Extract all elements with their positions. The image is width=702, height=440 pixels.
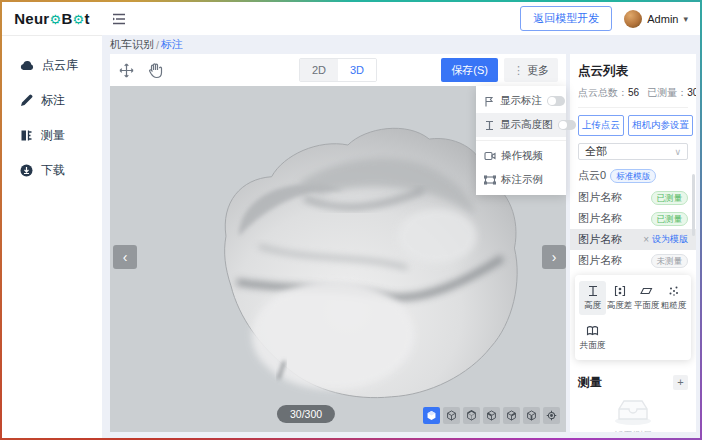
view-mode-toggle: 2D 3D (299, 58, 377, 82)
empty-box-icon (611, 391, 655, 427)
reset-view-button[interactable] (543, 407, 560, 424)
tool-coplanarity[interactable]: 共面度 (579, 321, 606, 355)
prev-image-button[interactable]: ‹ (113, 245, 137, 269)
menu-item-label: 显示高度图 (500, 118, 553, 132)
more-dropdown-menu: 显示标注 显示高度图 操作视频 (476, 86, 566, 195)
download-icon (20, 164, 33, 177)
tool-roughness[interactable]: 粗糙度 (660, 281, 687, 315)
menu-divider (476, 140, 566, 141)
image-counter: 30/300 (277, 405, 335, 423)
logo-text: Neur (14, 10, 49, 27)
breadcrumb-current: 标注 (161, 37, 183, 52)
add-measure-button[interactable]: + (673, 375, 688, 390)
app-frame: Neur⚙B⚙t 返回模型开发 Admin ▾ 点云库 (0, 0, 702, 440)
breadcrumb-parent[interactable]: 机车识别 (110, 37, 154, 52)
measured-tag: 已测量 (651, 191, 689, 205)
tool-flatness[interactable]: 平面度 (633, 281, 660, 315)
view-left-button[interactable] (483, 407, 500, 424)
tool-label: 共面度 (580, 340, 606, 352)
menu-item-annotation-example[interactable]: 标注示例 (476, 168, 566, 192)
image-list-item[interactable]: 图片名称 已测量 (570, 208, 696, 229)
sidebar-item-annotate[interactable]: 标注 (2, 83, 102, 118)
next-image-button[interactable]: › (542, 245, 566, 269)
upload-pointcloud-button[interactable]: 上传点云 (578, 115, 624, 136)
menu-item-show-annotations[interactable]: 显示标注 (476, 89, 566, 113)
panel-buttons: 上传点云 相机内参设置 (570, 108, 696, 136)
tool-height-diff[interactable]: 高度差 (606, 281, 633, 315)
view-back-button[interactable] (463, 407, 480, 424)
measured-tag: 已测量 (651, 212, 689, 226)
template-tag: 标准模版 (610, 169, 656, 183)
more-label: 更多 (527, 63, 549, 78)
height-icon (587, 285, 599, 297)
sidebar-item-download[interactable]: 下载 (2, 153, 102, 188)
more-button[interactable]: ⋮更多 (504, 58, 558, 82)
height-diff-icon (614, 285, 626, 297)
roughness-icon (668, 285, 680, 297)
save-button[interactable]: 保存(S) (441, 58, 498, 82)
logo-gear-icon: ⚙ (73, 12, 85, 27)
close-icon[interactable]: × (643, 234, 649, 245)
flag-icon (484, 96, 495, 107)
show-heightmap-toggle[interactable] (558, 120, 576, 130)
view-mode-2d[interactable]: 2D (300, 59, 338, 81)
panel-scrollbar[interactable] (692, 174, 695, 236)
user-menu[interactable]: Admin ▾ (624, 10, 688, 28)
set-as-template-link[interactable]: 设为模版 (652, 233, 688, 246)
row-actions: × 设为模版 (643, 233, 688, 246)
more-dots-icon: ⋮ (513, 64, 524, 77)
sidebar-collapse-icon[interactable] (112, 13, 126, 25)
content-row: 2D 3D 保存(S) ⋮更多 显示标注 (110, 54, 696, 432)
pointcloud-name: 点云0 (578, 168, 606, 183)
view-front-button[interactable] (443, 407, 460, 424)
image-list-item-selected[interactable]: 图片名称 × 设为模版 (570, 229, 696, 250)
view-iso-button[interactable] (423, 407, 440, 424)
menu-item-label: 标注示例 (501, 173, 558, 187)
sidebar-item-label: 点云库 (42, 57, 78, 74)
menu-item-show-heightmap[interactable]: 显示高度图 (476, 113, 566, 137)
camera-intrinsics-button[interactable]: 相机内参设置 (628, 115, 693, 136)
breadcrumb-separator: / (156, 39, 159, 51)
top-header: Neur⚙B⚙t 返回模型开发 Admin ▾ (2, 2, 700, 35)
canvas-column: 2D 3D 保存(S) ⋮更多 显示标注 (110, 54, 566, 432)
pen-icon (20, 94, 33, 107)
sidebar: 点云库 标注 测量 下载 (2, 35, 102, 438)
image-list-item[interactable]: 图片名称 已测量 (570, 187, 696, 208)
measure-empty-state: 暂无测量 (570, 391, 696, 432)
neurobot-app: Neur⚙B⚙t 返回模型开发 Admin ▾ 点云库 (2, 2, 700, 438)
tool-label: 平面度 (634, 300, 660, 312)
sidebar-item-label: 标注 (41, 92, 65, 109)
image-name: 图片名称 (578, 211, 622, 226)
measure-section-header: 测量 + (570, 366, 696, 391)
sidebar-item-label: 下载 (41, 162, 65, 179)
view-right-button[interactable] (503, 407, 520, 424)
sidebar-item-measure[interactable]: 测量 (2, 118, 102, 153)
menu-item-label: 操作视频 (501, 149, 558, 163)
image-name: 图片名称 (578, 253, 622, 268)
total-count: 点云总数：56 (578, 86, 639, 100)
back-to-model-dev-button[interactable]: 返回模型开发 (520, 6, 612, 31)
pointcloud-group-row[interactable]: 点云0 标准模版 (570, 160, 696, 187)
show-annotations-toggle[interactable] (547, 96, 565, 106)
menu-item-tutorial-video[interactable]: 操作视频 (476, 144, 566, 168)
image-name: 图片名称 (578, 232, 622, 247)
empty-text: 暂无测量 (613, 429, 653, 432)
image-list-item[interactable]: 图片名称 未测量 (570, 250, 696, 271)
tool-height[interactable]: 高度 (579, 281, 606, 315)
menu-item-label: 显示标注 (500, 94, 542, 108)
canvas-toolbar: 2D 3D 保存(S) ⋮更多 显示标注 (110, 54, 566, 86)
pan-hand-icon[interactable] (147, 62, 163, 79)
move-tool-icon[interactable] (118, 62, 135, 79)
logo-gear-icon: ⚙ (50, 12, 62, 27)
view-top-button[interactable] (523, 407, 540, 424)
app-body: 点云库 标注 测量 下载 (2, 35, 700, 438)
video-icon (484, 151, 496, 161)
filter-select[interactable]: 全部 ∨ (578, 143, 688, 160)
measured-count: 已测量：30 (647, 86, 696, 100)
tool-label: 粗糙度 (661, 300, 687, 312)
measure-tools-popup: 高度 高度差 平面度 粗糙度 (575, 275, 691, 360)
view-mode-3d[interactable]: 3D (338, 59, 376, 81)
measure-icon (20, 129, 33, 142)
sidebar-item-pointcloud-library[interactable]: 点云库 (2, 48, 102, 83)
frame-icon (484, 175, 496, 185)
